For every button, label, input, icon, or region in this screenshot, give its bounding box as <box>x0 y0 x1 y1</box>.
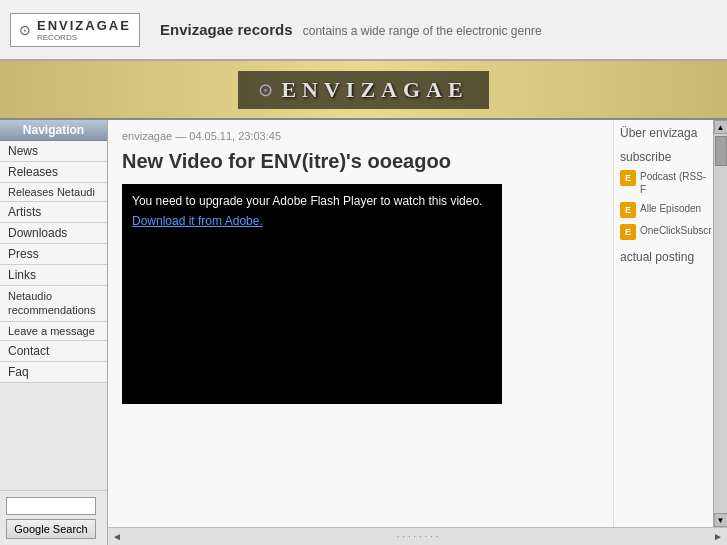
flash-download-link[interactable]: Download it from Adobe. <box>132 214 492 228</box>
scroll-down-arrow[interactable]: ▼ <box>714 513 728 527</box>
sidebar-item-faq[interactable]: Faq <box>0 362 107 383</box>
banner-title: ENVIZAGAE <box>281 77 468 103</box>
content-right: Über envizaga subscribe E Podcast (RSS-F… <box>613 120 713 527</box>
sidebar-item-news[interactable]: News <box>0 141 107 162</box>
sidebar-item-contact[interactable]: Contact <box>0 341 107 362</box>
sidebar-item-leave-message[interactable]: Leave a message <box>0 322 107 341</box>
nav-right-arrow[interactable]: ► <box>713 531 723 542</box>
banner-logo-icon: ⊙ <box>258 79 273 101</box>
rss-label-podcast: Podcast (RSS-F <box>640 170 707 196</box>
rss-item-alle: E Alle Episoden <box>620 202 707 218</box>
sidebar-item-press[interactable]: Press <box>0 244 107 265</box>
nav-dots: · · · · · · · · <box>126 531 709 542</box>
google-search-button[interactable]: Google Search <box>6 519 96 539</box>
banner-inner: ⊙ ENVIZAGAE <box>238 71 488 109</box>
post-title: New Video for ENV(itre)'s ooeagoo <box>122 148 599 174</box>
sidebar-item-releases[interactable]: Releases <box>0 162 107 183</box>
rss-icon-oneclick: E <box>620 224 636 240</box>
nav-left-arrow[interactable]: ◄ <box>112 531 122 542</box>
actual-posting: actual posting <box>620 250 707 264</box>
logo-sub: RECORDS <box>37 33 131 42</box>
logo-icon: ⊙ <box>19 22 31 38</box>
content-main: envizagae — 04.05.11, 23:03:45 New Video… <box>108 120 613 527</box>
scrollbar-track: ▲ ▼ <box>713 120 727 527</box>
rss-label-oneclick: OneClickSubscr <box>640 224 712 237</box>
logo-box: ⊙ ENVIZAGAE RECORDS <box>10 13 140 47</box>
banner: ⊙ ENVIZAGAE <box>0 60 727 120</box>
scroll-up-arrow[interactable]: ▲ <box>714 120 728 134</box>
flash-notice: You need to upgrade your Adobe Flash Pla… <box>132 194 492 208</box>
scroll-thumb[interactable] <box>715 136 727 166</box>
sidebar-item-links[interactable]: Links <box>0 265 107 286</box>
uber-header: Über envizaga <box>620 126 707 140</box>
site-title-area: Envizagae records contains a wide range … <box>160 21 542 38</box>
site-title: Envizagae records contains a wide range … <box>160 21 542 38</box>
sidebar-item-releases-netaudi[interactable]: Releases Netaudi <box>0 183 107 202</box>
rss-item-podcast: E Podcast (RSS-F <box>620 170 707 196</box>
sidebar-item-artists[interactable]: Artists <box>0 202 107 223</box>
content-scroll: envizagae — 04.05.11, 23:03:45 New Video… <box>108 120 727 527</box>
post-meta: envizagae — 04.05.11, 23:03:45 <box>122 130 599 142</box>
bottom-nav: ◄ · · · · · · · · ► <box>108 527 727 545</box>
search-input[interactable] <box>6 497 96 515</box>
nav-header: Navigation <box>0 120 107 141</box>
rss-label-alle: Alle Episoden <box>640 202 701 215</box>
page-header: ⊙ ENVIZAGAE RECORDS Envizagae records co… <box>0 0 727 60</box>
content-wrapper: envizagae — 04.05.11, 23:03:45 New Video… <box>108 120 727 545</box>
sidebar-item-netaudio[interactable]: Netaudio recommendations <box>0 286 107 322</box>
rss-icon-alle: E <box>620 202 636 218</box>
search-area: Google Search <box>0 490 107 545</box>
video-box: You need to upgrade your Adobe Flash Pla… <box>122 184 502 404</box>
main-area: Navigation News Releases Releases Netaud… <box>0 120 727 545</box>
rss-item-oneclick: E OneClickSubscr <box>620 224 707 240</box>
sidebar: Navigation News Releases Releases Netaud… <box>0 120 108 545</box>
subscribe-label: subscribe <box>620 150 707 164</box>
rss-icon-podcast: E <box>620 170 636 186</box>
sidebar-item-downloads[interactable]: Downloads <box>0 223 107 244</box>
logo-text: ENVIZAGAE <box>37 18 131 33</box>
